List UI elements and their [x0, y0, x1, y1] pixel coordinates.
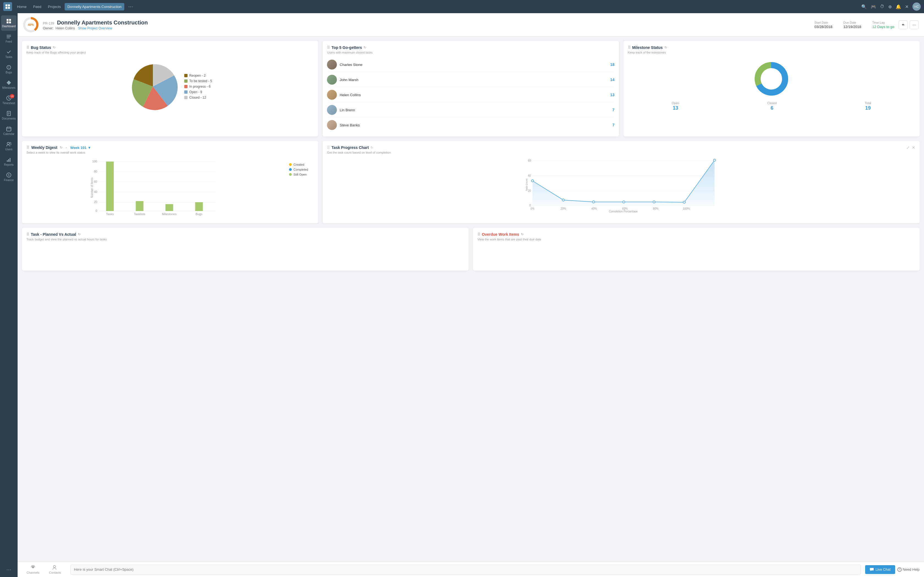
bar-chart: 100 80 60 40 20 0 Number — [26, 158, 284, 218]
smart-chat-input[interactable] — [70, 565, 861, 575]
legend-reopen: Reopen - 2 — [184, 74, 212, 77]
drag-handle[interactable]: ⠿ — [628, 45, 631, 50]
task-progress-actions: ⤢ ✕ — [906, 145, 915, 150]
close-icon[interactable]: ✕ — [912, 145, 915, 150]
user-count: 7 — [612, 108, 615, 112]
refresh-icon[interactable]: ↻ — [363, 46, 366, 50]
main-content: 40% PR-139 Donnelly Apartments Construct… — [18, 13, 924, 577]
nav-projects[interactable]: Projects — [45, 3, 63, 10]
sidebar-item-finance[interactable]: $ Finance — [1, 169, 16, 185]
sidebar-label-tasks: Tasks — [5, 55, 12, 58]
bottom-bar: Chats Channels Contacts Live Chat ? Need… — [0, 562, 924, 577]
donut-chart — [752, 60, 791, 98]
svg-text:40%: 40% — [591, 207, 597, 210]
refresh-icon[interactable]: ↻ — [78, 232, 81, 236]
svg-point-68 — [653, 201, 655, 203]
sidebar-item-dashboard[interactable]: Dashboard — [1, 15, 16, 31]
refresh-icon[interactable]: ↻ — [521, 232, 523, 236]
sidebar-label-finance: Finance — [4, 179, 14, 182]
due-date: Due Date 12/19/2018 — [843, 21, 861, 29]
nav-home[interactable]: Home — [14, 3, 29, 10]
svg-text:60: 60 — [528, 159, 531, 162]
expand-icon[interactable]: ⤢ — [906, 145, 910, 150]
drag-handle[interactable]: ⠿ — [26, 232, 29, 237]
svg-point-65 — [562, 199, 565, 201]
games-icon[interactable]: 🎮 — [871, 4, 876, 9]
bug-status-subtitle: Keep track of the Bugs affecting your pr… — [26, 51, 314, 54]
svg-text:Bugs: Bugs — [195, 213, 203, 216]
show-overview-link[interactable]: Show Project Overview — [78, 26, 112, 30]
sidebar-more[interactable]: ⋯ — [6, 567, 11, 572]
svg-marker-63 — [533, 160, 715, 206]
drag-handle[interactable]: ⠿ — [477, 232, 480, 237]
refresh-icon[interactable]: ↻ — [60, 146, 62, 150]
timer-icon[interactable]: ⏱ — [880, 4, 884, 9]
sidebar-item-feed[interactable]: Feed — [1, 31, 16, 46]
nav-more[interactable]: ⋯ — [125, 2, 136, 11]
svg-text:20%: 20% — [561, 207, 566, 210]
sidebar-item-milestones[interactable]: Milestones — [1, 77, 16, 92]
legend-in-progress: In progress - 6 — [184, 85, 212, 89]
refresh-icon[interactable]: ↻ — [664, 46, 667, 50]
bottom-nav-channels[interactable]: Channels — [22, 562, 44, 577]
sidebar-item-tasks[interactable]: Tasks — [1, 46, 16, 61]
avatar — [327, 75, 337, 85]
nav-feed[interactable]: Feed — [31, 3, 44, 10]
milestone-stats: Open 13 Closed 6 Total 19 — [628, 102, 915, 111]
refresh-icon[interactable]: ↻ — [53, 46, 55, 50]
svg-point-66 — [593, 201, 595, 203]
milestone-donut-area: Open 13 Closed 6 Total 19 — [628, 57, 915, 114]
drag-handle[interactable]: ⠿ — [327, 145, 330, 150]
time-lag: Time Lag 12 Days to go — [872, 21, 894, 29]
user-avatar[interactable]: HC — [913, 2, 921, 11]
user-name: Steve Banks — [339, 123, 610, 127]
overdue-subtitle: View the work items that are past their … — [477, 238, 915, 241]
legend-closed: Closed - 12 — [184, 96, 212, 100]
bug-status-card: ⠿ Bug Status ↻ Keep track of the Bugs af… — [22, 41, 318, 137]
progress-circle: 40% — [23, 17, 39, 32]
settings-icon[interactable]: ✕ — [905, 4, 909, 9]
sidebar-item-bugs[interactable]: Bugs — [1, 61, 16, 77]
overdue-content — [477, 244, 915, 266]
app-logo[interactable] — [3, 2, 12, 11]
drag-handle[interactable]: ⠿ — [26, 45, 29, 50]
drag-handle[interactable]: ⠿ — [327, 45, 330, 50]
need-help-button[interactable]: ? Need Help — [897, 567, 924, 572]
svg-point-13 — [8, 68, 9, 68]
task-planned-card: ⠿ Task - Planned Vs Actual ↻ Track budge… — [22, 228, 468, 271]
smart-chat-area — [66, 565, 865, 575]
sidebar-item-timesheet[interactable]: 18 Timesheet — [1, 92, 16, 108]
sidebar-label-documents: Documents — [2, 117, 16, 120]
refresh-icon[interactable]: ↻ — [370, 146, 373, 150]
legend-completed: Completed — [289, 168, 314, 171]
sidebar-item-reports[interactable]: Reports — [1, 154, 16, 169]
project-title: Donnelly Apartments Construction — [57, 19, 148, 26]
drag-handle[interactable]: ⠿ — [26, 145, 29, 150]
sidebar-label-users: Users — [5, 148, 12, 151]
svg-point-78 — [32, 567, 34, 568]
sidebar-item-users[interactable]: Users — [1, 139, 16, 154]
line-chart: 60 40 20 0 Task Count — [327, 158, 915, 213]
more-options-button[interactable]: ⋯ — [910, 20, 919, 29]
svg-rect-10 — [6, 38, 10, 38]
nav-current-project[interactable]: Donnelly Apartments Construction — [65, 3, 124, 10]
sidebar-label-calendar: Calendar — [3, 132, 15, 135]
project-meta: Start Date 03/28/2018 Due Date 12/19/201… — [814, 21, 894, 29]
bottom-nav-contacts[interactable]: Contacts — [44, 562, 66, 577]
user-count: 18 — [610, 62, 615, 67]
add-icon[interactable]: ⊕ — [888, 4, 892, 9]
week-selector[interactable]: Week 101 ▼ — [70, 146, 91, 150]
project-header: 40% PR-139 Donnelly Apartments Construct… — [18, 13, 924, 37]
task-progress-subtitle: Get the task count based on level of com… — [327, 151, 915, 154]
legend-to-be-tested: To be tested - 5 — [184, 79, 212, 83]
share-button[interactable] — [899, 20, 908, 29]
svg-text:Milestones: Milestones — [162, 213, 176, 216]
notifications-icon[interactable]: 🔔 — [896, 4, 901, 9]
search-icon[interactable]: 🔍 — [861, 4, 867, 9]
svg-rect-8 — [6, 35, 11, 35]
sidebar-item-calendar[interactable]: Calendar — [1, 123, 16, 139]
sidebar-item-documents[interactable]: Documents — [1, 108, 16, 123]
weekly-subtitle: Select a week to view its overall work s… — [26, 151, 314, 154]
live-chat-button[interactable]: Live Chat — [865, 565, 895, 574]
task-progress-title-group: ⠿ Task Progress Chart ↻ — [327, 145, 373, 150]
